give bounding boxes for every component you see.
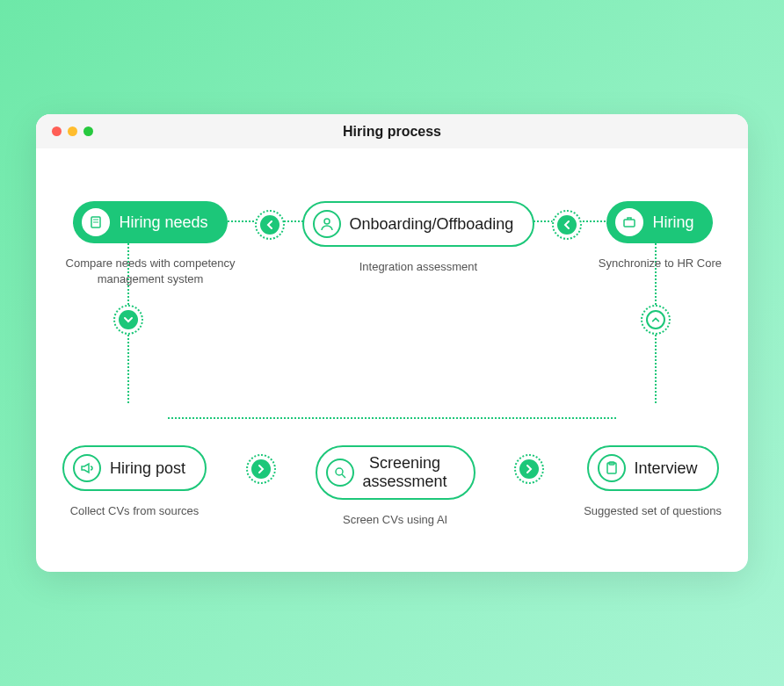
pill-hiring[interactable]: Hiring (606, 201, 713, 243)
pill-label: Hiring post (110, 459, 185, 478)
svg-rect-4 (624, 220, 635, 227)
arrow-down (113, 305, 143, 335)
node-hiring-needs: Hiring needs Compare needs with competen… (62, 201, 238, 287)
pill-label: Interview (635, 459, 698, 478)
window-controls (52, 126, 93, 136)
arrow-right (514, 454, 544, 484)
row-top: Hiring needs Compare needs with competen… (62, 201, 722, 287)
pill-onboarding[interactable]: Onboarding/Offboading (302, 201, 535, 247)
node-onboarding: Onboarding/Offboading Integration assess… (302, 201, 535, 275)
arrow-left (255, 210, 285, 240)
node-hiring-post: Hiring post Collect CVs from sources (62, 445, 207, 519)
pill-screening[interactable]: Screeningassessment (316, 445, 475, 499)
pill-label: Screeningassessment (363, 454, 447, 490)
connector-line (168, 417, 616, 419)
node-hiring: Hiring Synchronize to HR Core (599, 201, 722, 271)
user-icon (313, 210, 341, 238)
close-dot[interactable] (52, 126, 62, 136)
node-sub: Screen CVs using AI (343, 512, 447, 528)
node-sub: Suggested set of questions (584, 503, 722, 519)
arrow-left (552, 210, 582, 240)
briefcase-icon (615, 208, 643, 236)
window-card: Hiring process Hiring needs (36, 114, 748, 572)
search-icon (326, 459, 354, 487)
node-sub: Collect CVs from sources (70, 503, 200, 519)
svg-line-6 (342, 474, 345, 478)
megaphone-icon (73, 454, 101, 482)
pill-label: Hiring (652, 213, 693, 232)
svg-point-3 (324, 219, 330, 224)
clipboard-icon (598, 454, 626, 482)
diagram-canvas: Hiring needs Compare needs with competen… (36, 148, 748, 572)
node-screening: Screeningassessment Screen CVs using AI (316, 445, 475, 528)
row-bottom: Hiring post Collect CVs from sources Scr… (62, 445, 722, 528)
window-title: Hiring process (343, 124, 441, 140)
titlebar: Hiring process (36, 114, 748, 148)
pill-interview[interactable]: Interview (587, 445, 719, 491)
minimize-dot[interactable] (68, 126, 77, 136)
pill-label: Hiring needs (119, 213, 207, 232)
maximize-dot[interactable] (83, 126, 93, 136)
node-sub: Compare needs with competency management… (62, 256, 238, 287)
node-interview: Interview Suggested set of questions (584, 445, 722, 519)
node-sub: Synchronize to HR Core (599, 256, 722, 271)
document-icon (82, 208, 110, 236)
node-sub: Integration assessment (359, 259, 477, 275)
arrow-right (246, 454, 276, 484)
pill-label: Onboarding/Offboading (350, 215, 514, 234)
pill-hiring-needs[interactable]: Hiring needs (73, 201, 227, 243)
arrow-up (641, 305, 671, 335)
pill-hiring-post[interactable]: Hiring post (62, 445, 207, 491)
svg-point-5 (336, 468, 343, 475)
